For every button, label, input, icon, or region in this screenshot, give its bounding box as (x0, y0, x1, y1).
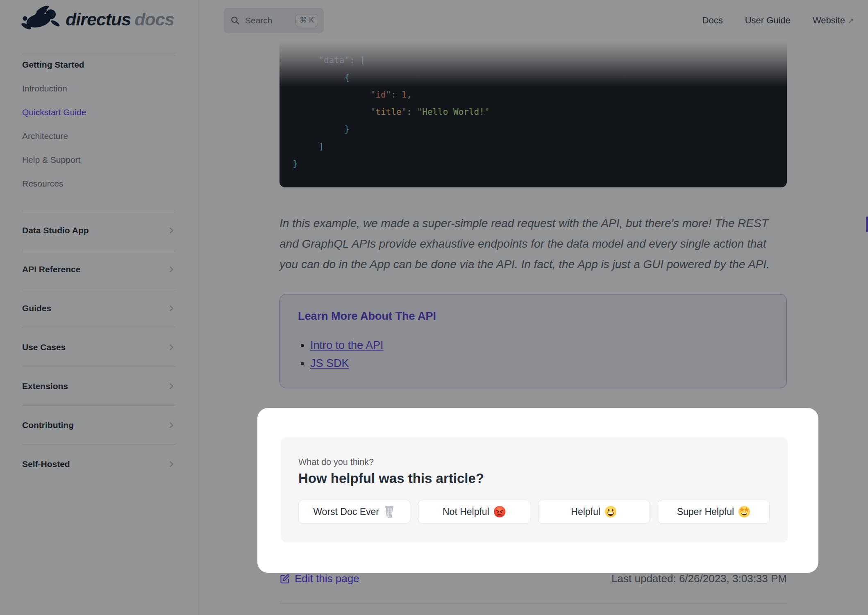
search-placeholder: Search (245, 16, 273, 25)
search-input[interactable]: Search ⌘ K (224, 8, 324, 33)
sidebar-group-label: Guides (22, 303, 51, 313)
chevron-right-icon (167, 304, 175, 312)
sidebar-group-guides[interactable]: Guides (22, 289, 175, 328)
sidebar-group-label: Use Cases (22, 342, 66, 352)
search-icon (230, 16, 240, 25)
sidebar-item-architecture[interactable]: Architecture (22, 124, 175, 148)
edit-this-page-label: Edit this page (295, 572, 359, 585)
chevron-right-icon (167, 265, 175, 273)
angry-face-emoji-icon (493, 506, 506, 518)
callout-list-item: Intro to the API (310, 336, 768, 354)
logo-text: directusdocs (66, 9, 174, 30)
nav-link-label: Docs (702, 15, 723, 26)
sidebar-group-label: Data Studio App (22, 226, 89, 235)
footer-divider (279, 603, 787, 604)
sidebar-item-quickstart-guide[interactable]: Quickstart Guide (22, 100, 175, 124)
chevron-right-icon (167, 421, 175, 429)
nav-link-label: User Guide (745, 15, 791, 26)
callout-list-item: JS SDK (310, 354, 768, 372)
chevron-right-icon (167, 343, 175, 351)
trash-emoji-icon (383, 506, 395, 518)
directus-rabbit-icon (20, 6, 61, 33)
sidebar-item-help-support[interactable]: Help & Support (22, 148, 175, 172)
sidebar-group-contributing[interactable]: Contributing (22, 405, 175, 444)
top-nav: DocsUser GuideWebsite↗ (702, 0, 854, 41)
sidebar-group-label: Self-Hosted (22, 459, 70, 469)
feedback-button-label: Super Helpful (677, 506, 734, 517)
logo-brand: directus (66, 9, 131, 29)
learn-more-callout: Learn More About The API Intro to the AP… (279, 294, 787, 388)
chevron-right-icon (167, 226, 175, 235)
sidebar-group-extensions[interactable]: Extensions (22, 367, 175, 405)
external-link-arrow-icon: ↗ (848, 16, 854, 25)
nav-link-docs[interactable]: Docs (702, 15, 723, 26)
feedback-button-not-helpful[interactable]: Not Helpful (418, 500, 530, 524)
sidebar: directusdocs Getting Started Introductio… (0, 0, 199, 615)
callout-title: Learn More About The API (298, 309, 768, 323)
nav-link-user-guide[interactable]: User Guide (745, 15, 791, 26)
sidebar-group-data-studio-app[interactable]: Data Studio App (22, 211, 175, 250)
feedback-button-label: Not Helpful (443, 506, 489, 517)
feedback-button-label: Worst Doc Ever (313, 506, 379, 517)
logo-suffix: docs (134, 9, 174, 29)
nav-link-label: Website (813, 15, 845, 26)
callout-link-list: Intro to the APIJS SDK (298, 336, 768, 372)
feedback-buttons: Worst Doc Ever Not Helpful Helpful Super… (298, 500, 770, 524)
logo[interactable]: directusdocs (20, 6, 174, 33)
search-shortcut-badge: ⌘ K (295, 14, 318, 27)
sidebar-item-resources[interactable]: Resources (22, 172, 175, 196)
sidebar-group-label: Contributing (22, 420, 74, 430)
feedback-card: What do you think? How helpful was this … (281, 437, 788, 542)
page-footer-row: Edit this page Last updated: 6/26/2023, … (279, 572, 787, 585)
feedback-button-helpful[interactable]: Helpful (538, 500, 650, 524)
top-header: Search ⌘ K DocsUser GuideWebsite↗ (200, 0, 868, 41)
feedback-button-worst-doc-ever[interactable]: Worst Doc Ever (298, 500, 410, 524)
sidebar-section-title: Getting Started (22, 57, 175, 72)
nav-link-website[interactable]: Website↗ (813, 15, 854, 26)
sidebar-group-use-cases[interactable]: Use Cases (22, 328, 175, 367)
callout-link-js-sdk[interactable]: JS SDK (310, 357, 349, 369)
article-paragraph: In this example, we made a super-simple … (279, 213, 788, 275)
feedback-question: How helpful was this article? (298, 470, 770, 487)
sidebar-group-label: API Reference (22, 264, 80, 274)
page: directusdocs Getting Started Introductio… (0, 0, 868, 615)
sidebar-group-self-hosted[interactable]: Self-Hosted (22, 444, 175, 483)
chevron-right-icon (167, 382, 175, 390)
sidebar-nav: Getting Started IntroductionQuickstart G… (22, 54, 175, 483)
sidebar-section-getting-started: Getting Started IntroductionQuickstart G… (22, 54, 175, 196)
code-block: "data": [ { "id": 1, "title": "Hello Wor… (279, 41, 787, 187)
feedback-button-label: Helpful (571, 506, 600, 517)
feedback-button-super-helpful[interactable]: Super Helpful (658, 500, 770, 524)
sidebar-group-api-reference[interactable]: API Reference (22, 250, 175, 289)
happy-face-emoji-icon (604, 506, 617, 518)
feedback-kicker: What do you think? (298, 456, 770, 468)
sidebar-items: IntroductionQuickstart GuideArchitecture… (22, 77, 175, 196)
edit-pencil-icon (279, 574, 290, 584)
scrollbar-thumb[interactable] (866, 216, 868, 232)
edit-this-page-link[interactable]: Edit this page (279, 572, 359, 585)
callout-link-intro-to-the-api[interactable]: Intro to the API (310, 339, 384, 351)
sidebar-groups: Data Studio App API Reference Guides Use… (22, 211, 175, 483)
code-content: "data": [ { "id": 1, "title": "Hello Wor… (279, 41, 787, 172)
last-updated-text: Last updated: 6/26/2023, 3:03:33 PM (611, 572, 787, 585)
star-struck-emoji-icon (738, 506, 750, 518)
sidebar-item-introduction[interactable]: Introduction (22, 77, 175, 100)
sidebar-group-label: Extensions (22, 381, 68, 391)
chevron-right-icon (167, 460, 175, 468)
